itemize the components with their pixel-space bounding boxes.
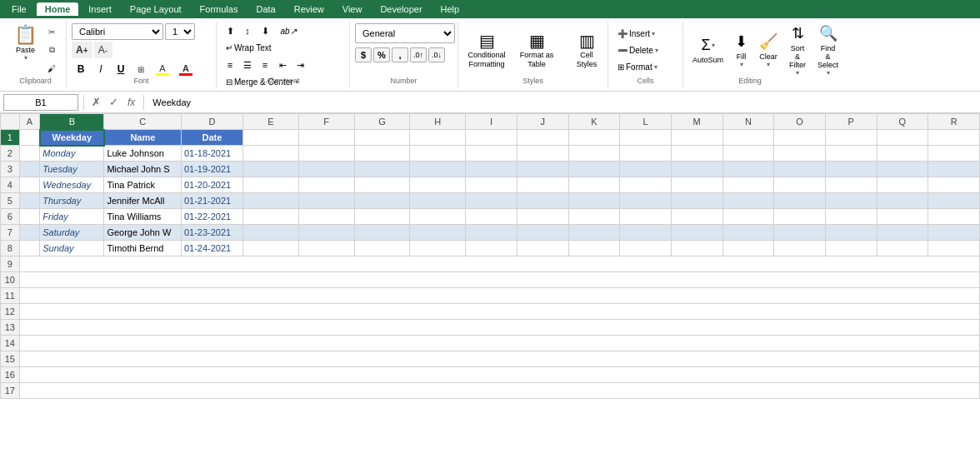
row-header-17[interactable]: 17 [1, 383, 20, 399]
cell-O7[interactable] [774, 225, 826, 241]
cell-Q5[interactable] [877, 193, 928, 209]
row-header-7[interactable]: 7 [1, 225, 20, 241]
autosum-button[interactable]: Σ ▾ AutoSum [688, 30, 728, 70]
cell-A3[interactable] [19, 162, 40, 177]
cell-R4[interactable] [928, 177, 980, 193]
cell-J1[interactable] [517, 130, 568, 146]
cell-J4[interactable] [517, 177, 568, 193]
cell-G1[interactable] [354, 130, 410, 146]
cell-M4[interactable] [671, 177, 722, 193]
conditional-formatting-button[interactable]: ▤ Conditional Formatting [463, 27, 510, 72]
cell-B8[interactable]: Sunday [40, 241, 104, 256]
cell-N4[interactable] [722, 177, 774, 193]
col-header-A[interactable]: A [19, 114, 40, 130]
col-header-D[interactable]: D [181, 114, 242, 130]
cell-N2[interactable] [722, 146, 774, 162]
cell-N8[interactable] [722, 241, 774, 256]
tab-developer[interactable]: Developer [372, 2, 430, 16]
cell-R2[interactable] [928, 146, 980, 162]
cell-A4[interactable] [19, 177, 40, 193]
cell-C4[interactable]: Tina Patrick [104, 177, 182, 193]
cell-Q4[interactable] [877, 177, 928, 193]
confirm-formula-icon[interactable]: ✓ [107, 95, 121, 109]
cell-G2[interactable] [354, 146, 410, 162]
align-top-button[interactable]: ⬆ [222, 23, 238, 38]
align-left-button[interactable]: ≡ [222, 57, 238, 72]
cell-P3[interactable] [825, 162, 877, 177]
cell-I2[interactable] [466, 146, 518, 162]
cell-A6[interactable] [19, 209, 40, 225]
cell-H5[interactable] [410, 193, 466, 209]
cell-I4[interactable] [466, 177, 518, 193]
cell-M6[interactable] [671, 209, 722, 225]
cell-L8[interactable] [620, 241, 672, 256]
cell-B4[interactable]: Wednesday [40, 177, 104, 193]
clear-button[interactable]: 🧹 Clear ▾ [755, 30, 782, 70]
cell-A8[interactable] [19, 241, 40, 256]
row-header-10[interactable]: 10 [1, 272, 20, 288]
col-header-G[interactable]: G [354, 114, 410, 130]
cell-K6[interactable] [568, 209, 620, 225]
cell-I3[interactable] [466, 162, 518, 177]
currency-button[interactable]: $ [355, 47, 372, 62]
cell-F3[interactable] [298, 162, 354, 177]
col-header-B[interactable]: B [40, 114, 104, 130]
cell-O2[interactable] [774, 146, 826, 162]
cell-E4[interactable] [242, 177, 298, 193]
cell-C2[interactable]: Luke Johnson [104, 146, 182, 162]
cell-C8[interactable]: Timothi Bernd [104, 241, 182, 256]
cell-B3[interactable]: Tuesday [40, 162, 104, 177]
cell-H8[interactable] [410, 241, 466, 256]
cell-P8[interactable] [825, 241, 877, 256]
copy-button[interactable]: ⧉ [42, 42, 61, 58]
tab-insert[interactable]: Insert [80, 2, 120, 16]
cell-C1[interactable]: Name [104, 130, 182, 146]
cell-J2[interactable] [517, 146, 568, 162]
cell-L4[interactable] [620, 177, 672, 193]
cell-J3[interactable] [517, 162, 568, 177]
fx-icon[interactable]: fx [124, 97, 138, 108]
cell-Q6[interactable] [877, 209, 928, 225]
cell-K3[interactable] [568, 162, 620, 177]
cell-H3[interactable] [410, 162, 466, 177]
cell-I1[interactable] [466, 130, 518, 146]
cell-N5[interactable] [722, 193, 774, 209]
cell-J6[interactable] [517, 209, 568, 225]
cell-H6[interactable] [410, 209, 466, 225]
row-header-11[interactable]: 11 [1, 288, 20, 304]
tab-help[interactable]: Help [432, 2, 468, 16]
cell-J8[interactable] [517, 241, 568, 256]
cell-D5[interactable]: 01-21-2021 [181, 193, 242, 209]
increase-font-button[interactable]: A+ [72, 42, 92, 58]
cell-M5[interactable] [671, 193, 722, 209]
cell-O4[interactable] [774, 177, 826, 193]
cell-D3[interactable]: 01-19-2021 [181, 162, 242, 177]
cell-K4[interactable] [568, 177, 620, 193]
align-center-button[interactable]: ☰ [239, 57, 256, 72]
cell-J5[interactable] [517, 193, 568, 209]
cell-A7[interactable] [19, 225, 40, 241]
cell-D4[interactable]: 01-20-2021 [181, 177, 242, 193]
cell-C6[interactable]: Tina Williams [104, 209, 182, 225]
cell-R6[interactable] [928, 209, 980, 225]
number-format-select[interactable]: General [355, 23, 455, 43]
cell-B5[interactable]: Thursday [40, 193, 104, 209]
cell-B2[interactable]: Monday [40, 146, 104, 162]
cell-F5[interactable] [298, 193, 354, 209]
fill-color-button[interactable]: A [152, 61, 173, 77]
col-header-C[interactable]: C [104, 114, 182, 130]
tab-page-layout[interactable]: Page Layout [122, 2, 190, 16]
cell-R1[interactable] [928, 130, 980, 146]
font-color-button[interactable]: A [175, 61, 197, 77]
cell-I8[interactable] [466, 241, 518, 256]
cell-reference-box[interactable] [3, 94, 78, 111]
increase-decimal-button[interactable]: .0↑ [410, 47, 427, 62]
cell-I5[interactable] [466, 193, 518, 209]
cell-P6[interactable] [825, 209, 877, 225]
row-header-8[interactable]: 8 [1, 241, 20, 256]
cell-E2[interactable] [242, 146, 298, 162]
col-header-J[interactable]: J [517, 114, 568, 130]
cell-A2[interactable] [19, 146, 40, 162]
cell-K2[interactable] [568, 146, 620, 162]
cell-D7[interactable]: 01-23-2021 [181, 225, 242, 241]
